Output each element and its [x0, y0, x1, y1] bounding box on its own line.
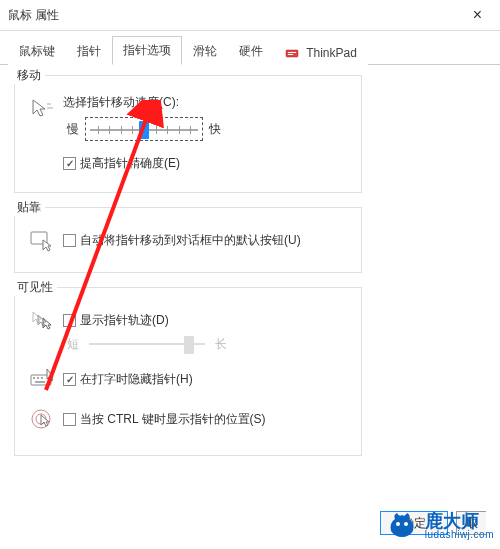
- svg-point-12: [396, 522, 400, 526]
- snap-checkbox[interactable]: [63, 234, 76, 247]
- speed-label: 选择指针移动速度(C):: [63, 94, 353, 111]
- group-title-snap: 贴靠: [13, 199, 45, 216]
- group-visibility: 可见性 显示指针轨迹(D) 短 长: [14, 287, 362, 456]
- tab-label: 滑轮: [193, 44, 217, 58]
- trails-icon: [23, 306, 63, 332]
- speed-slider[interactable]: [85, 117, 203, 141]
- svg-rect-2: [288, 54, 293, 55]
- trails-thumb: [184, 336, 194, 354]
- hide-typing-label: 在打字时隐藏指针(H): [80, 371, 193, 388]
- speed-fast-label: 快: [209, 121, 221, 138]
- group-title-motion: 移动: [13, 67, 45, 84]
- trails-short-label: 短: [67, 336, 79, 353]
- watermark: 鹿大师 ludashiwj.com: [385, 509, 494, 543]
- trails-checkbox[interactable]: [63, 314, 76, 327]
- tab-pointers[interactable]: 指针: [66, 37, 112, 65]
- precision-checkbox[interactable]: [63, 157, 76, 170]
- tab-label: 指针选项: [123, 43, 171, 57]
- trails-label: 显示指针轨迹(D): [80, 312, 169, 329]
- tab-label: 硬件: [239, 44, 263, 58]
- hide-typing-checkbox[interactable]: [63, 373, 76, 386]
- snap-label: 自动将指针移动到对话框中的默认按钮(U): [80, 232, 301, 249]
- tab-wheel[interactable]: 滑轮: [182, 37, 228, 65]
- svg-rect-6: [37, 377, 39, 379]
- watermark-sub: ludashiwj.com: [425, 529, 494, 540]
- tab-label: 鼠标键: [19, 44, 55, 58]
- svg-rect-7: [41, 377, 43, 379]
- tab-pointer-options[interactable]: 指针选项: [112, 36, 182, 65]
- tab-thinkpad[interactable]: ThinkPad: [274, 40, 368, 65]
- tab-bar: 鼠标键 指针 指针选项 滑轮 硬件 ThinkPad: [0, 31, 500, 65]
- tab-buttons[interactable]: 鼠标键: [8, 37, 66, 65]
- window-title: 鼠标 属性: [8, 7, 59, 24]
- tab-label: 指针: [77, 44, 101, 58]
- trails-slider: [87, 333, 207, 355]
- tab-hardware[interactable]: 硬件: [228, 37, 274, 65]
- tab-label: ThinkPad: [306, 46, 357, 60]
- svg-rect-5: [33, 377, 35, 379]
- precision-label: 提高指针精确度(E): [80, 155, 180, 172]
- svg-point-13: [404, 522, 408, 526]
- speed-thumb[interactable]: [139, 121, 149, 139]
- thinkpad-icon: [285, 48, 299, 60]
- snap-icon: [23, 226, 63, 252]
- svg-rect-1: [288, 52, 296, 53]
- ctrl-locate-icon: [23, 405, 63, 431]
- group-title-visibility: 可见性: [13, 279, 57, 296]
- svg-rect-0: [286, 50, 298, 57]
- close-icon[interactable]: ×: [465, 4, 490, 26]
- trails-long-label: 长: [215, 336, 227, 353]
- group-snap: 贴靠 自动将指针移动到对话框中的默认按钮(U): [14, 207, 362, 273]
- hide-typing-icon: [23, 365, 63, 391]
- group-motion: 移动 选择指针移动速度(C): 慢: [14, 75, 362, 193]
- svg-rect-8: [35, 381, 45, 383]
- ctrl-label: 当按 CTRL 键时显示指针的位置(S): [80, 411, 266, 428]
- speed-slow-label: 慢: [67, 121, 79, 138]
- pointer-speed-icon: [23, 94, 63, 120]
- watermark-icon: [385, 509, 419, 543]
- ctrl-checkbox[interactable]: [63, 413, 76, 426]
